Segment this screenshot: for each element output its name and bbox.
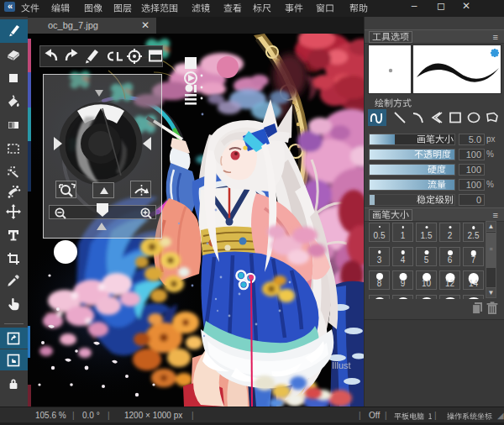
svg-text:Illust: Illust (332, 360, 351, 370)
